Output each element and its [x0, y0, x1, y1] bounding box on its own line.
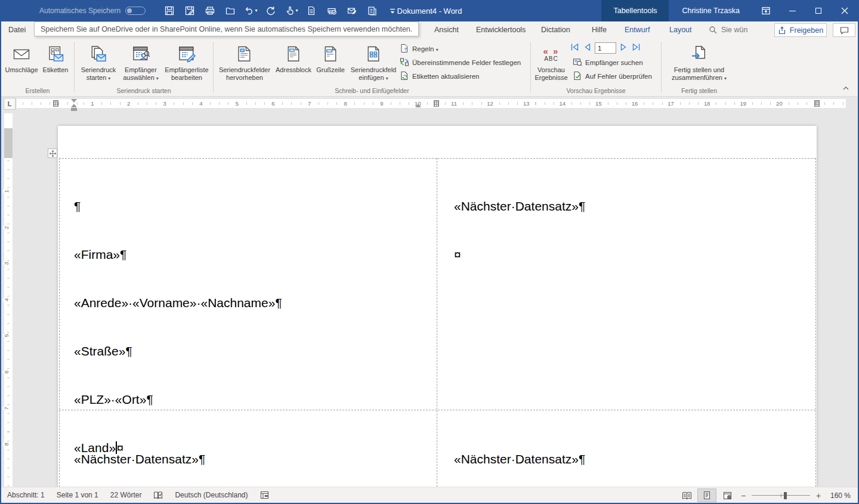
read-mode-icon[interactable]: [677, 488, 696, 502]
copy-icon[interactable]: [364, 3, 381, 18]
table-column-marker[interactable]: [53, 100, 58, 107]
save-icon[interactable]: [161, 3, 178, 18]
seriendruck-starten-button[interactable]: Seriendruck starten ▾: [78, 40, 119, 82]
check-errors-icon: [573, 71, 582, 82]
status-language[interactable]: Deutsch (Deutschland): [169, 487, 254, 503]
tell-me-search[interactable]: Sie wün: [709, 21, 747, 38]
status-bar-right: − + 160 %: [676, 487, 853, 503]
dropdown-caret: ▾: [436, 47, 438, 52]
save-as-icon[interactable]: [181, 3, 198, 18]
document-area: 12345678 ¶ «Firma»¶ «Anrede»·«Vorname»·«…: [1, 111, 858, 487]
macro-icon[interactable]: [254, 487, 275, 503]
record-number-input[interactable]: [595, 42, 616, 54]
auf-fehler-ueberpruefen-button[interactable]: Auf Fehler überprüfen: [573, 71, 652, 82]
right-indent-marker[interactable]: [415, 104, 421, 107]
grusszeile-button[interactable]: Grußzeile: [314, 40, 347, 74]
print-layout-icon[interactable]: [697, 488, 716, 502]
zoom-in-button[interactable]: +: [812, 491, 824, 500]
zoom-slider[interactable]: [752, 495, 810, 496]
uebereinstimmende-felder-label: Übereinstimmende Felder festlegen: [412, 59, 521, 66]
undo-icon[interactable]: ▾: [242, 3, 259, 18]
table-column-marker[interactable]: [434, 100, 439, 107]
tab-dictation[interactable]: Dictation: [541, 21, 570, 38]
seriendruckfeld-einfuegen-button[interactable]: Seriendruckfeld einfügen ▾: [348, 40, 398, 82]
vorschau-ergebnisse-button[interactable]: « » ABC Vorschau Ergebnisse: [534, 40, 568, 82]
tab-ansicht[interactable]: Ansicht: [434, 21, 459, 38]
table-cell-bottom-left[interactable]: «Nächster·Datensatz»¶ ¤: [74, 419, 205, 487]
minimize-button[interactable]: [779, 0, 805, 21]
group-label-fertig-stellen: Fertig stellen: [662, 87, 737, 94]
collapse-ribbon-icon[interactable]: [842, 84, 849, 92]
regeln-button[interactable]: ? Regeln ▾: [400, 44, 438, 54]
last-record-icon[interactable]: [631, 42, 641, 54]
quick-access-toolbar: ▾ ▾: [161, 3, 401, 18]
share-button[interactable]: Freigeben: [774, 23, 827, 37]
group-label-schreib-einfuegefelder: Schreib- und Einfügefelder: [214, 87, 530, 94]
left-indent-marker[interactable]: [71, 108, 77, 111]
merge-field-line: «Nächster·Datensatz»¶: [454, 451, 585, 467]
toggle-knob: [127, 8, 132, 13]
etiketten-button[interactable]: Etiketten: [39, 40, 72, 74]
autosave-toggle[interactable]: [125, 7, 146, 15]
print-preview-icon[interactable]: [323, 3, 340, 18]
redo-icon[interactable]: [262, 3, 279, 18]
next-record-icon[interactable]: [619, 42, 628, 54]
previous-record-icon[interactable]: [583, 42, 592, 54]
fertig-stellen-zusammenfuehren-button[interactable]: Fertig stellen und zusammenführen ▾: [665, 40, 733, 82]
table-move-handle-icon[interactable]: [48, 149, 57, 158]
regeln-label: Regeln: [412, 45, 434, 52]
uebereinstimmende-felder-button[interactable]: Übereinstimmende Felder festlegen: [400, 57, 521, 68]
umschlaege-button[interactable]: Umschläge: [5, 40, 38, 74]
autosave-control[interactable]: Automatisches Speichern: [1, 7, 146, 15]
first-line-indent-marker[interactable]: [71, 99, 77, 103]
table-column-marker[interactable]: [814, 100, 820, 107]
tab-layout[interactable]: Layout: [669, 21, 692, 38]
autosave-label: Automatisches Speichern: [39, 7, 120, 15]
tab-datei[interactable]: Datei: [8, 21, 26, 38]
empfaengerliste-bearbeiten-button[interactable]: Empfängerliste bearbeiten: [162, 40, 211, 82]
empfaenger-suchen-button[interactable]: Empfänger suchen: [573, 57, 643, 68]
email-icon[interactable]: [344, 3, 360, 18]
status-page[interactable]: Seite 1 von 1: [51, 487, 104, 503]
print-icon[interactable]: [202, 3, 218, 18]
share-icon: [778, 26, 786, 35]
zoom-percentage[interactable]: 160 %: [824, 491, 853, 500]
zoom-slider-thumb[interactable]: [784, 492, 787, 499]
proofing-icon[interactable]: [147, 487, 169, 503]
web-layout-icon[interactable]: [718, 488, 737, 502]
empfaenger-auswaehlen-button[interactable]: Empfänger auswählen ▾: [120, 40, 161, 82]
user-name[interactable]: Christine Trzaska: [669, 7, 753, 15]
ruler-number: 6: [270, 100, 276, 107]
quick-print-icon[interactable]: [303, 3, 320, 18]
table-gridline: [437, 158, 437, 487]
tooltip-text: Speichern Sie auf OneDrive oder in Share…: [41, 25, 412, 33]
hanging-indent-marker[interactable]: [71, 104, 77, 107]
ruler-number: 5: [3, 334, 10, 337]
contextual-tools-header[interactable]: Tabellentools: [601, 0, 669, 21]
merge-field-line: «Firma»¶: [74, 246, 282, 262]
status-section[interactable]: Abschnitt: 1: [1, 487, 51, 503]
tab-entwurf[interactable]: Entwurf: [625, 21, 650, 38]
ribbon-display-options-icon[interactable]: [753, 0, 779, 21]
open-folder-icon[interactable]: [222, 3, 239, 18]
ruler-number: 1: [89, 100, 95, 107]
first-record-icon[interactable]: [570, 42, 580, 54]
seriendruckfelder-hervorheben-button[interactable]: Seriendruckfelder hervorheben: [216, 40, 273, 82]
address-block-icon: [285, 42, 302, 66]
table-cell-bottom-right[interactable]: «Nächster·Datensatz»¶ ¤: [454, 419, 585, 487]
vertical-ruler: 12345678: [4, 113, 13, 487]
close-button[interactable]: [832, 0, 858, 21]
status-word-count[interactable]: 22 Wörter: [104, 487, 148, 503]
tab-entwicklertools[interactable]: Entwicklertools: [476, 21, 526, 38]
table-cell-top-right[interactable]: «Nächster·Datensatz»¶ ¤: [454, 166, 585, 295]
merge-field-line: «Nächster·Datensatz»¶: [454, 198, 585, 214]
etiketten-aktualisieren-button[interactable]: Etiketten aktualisieren: [400, 71, 480, 82]
zoom-out-button[interactable]: −: [737, 491, 749, 500]
adressblock-button[interactable]: Adressblock: [274, 40, 313, 74]
tab-stop-selector[interactable]: L: [4, 98, 16, 110]
maximize-button[interactable]: [805, 0, 832, 21]
umschlaege-label: Umschläge: [5, 66, 38, 74]
comment-button[interactable]: [833, 23, 855, 37]
touch-mode-icon[interactable]: ▾: [283, 3, 299, 18]
tab-hilfe[interactable]: Hilfe: [592, 21, 607, 38]
